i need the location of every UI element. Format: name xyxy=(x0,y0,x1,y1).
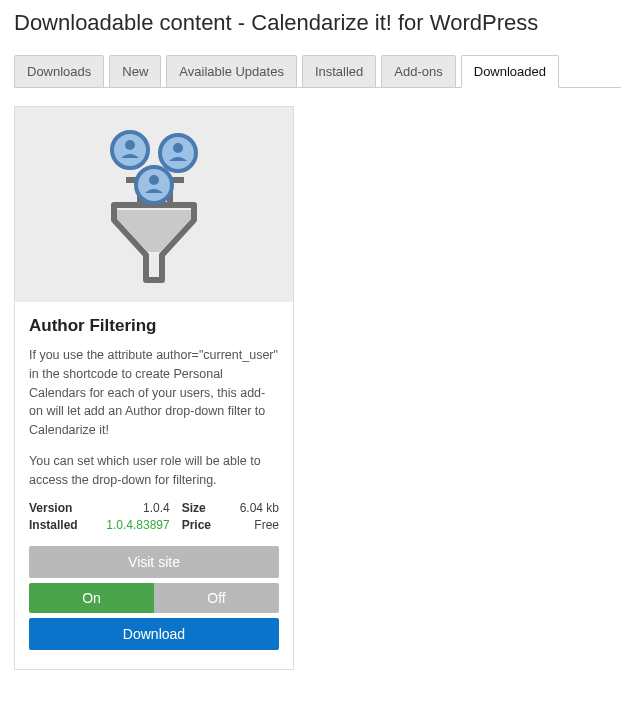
tabs: Downloads New Available Updates Installe… xyxy=(14,54,621,88)
tab-new[interactable]: New xyxy=(109,55,161,88)
size-label: Size xyxy=(182,501,226,515)
tab-add-ons[interactable]: Add-ons xyxy=(381,55,455,88)
addon-description-2: You can set which user role will be able… xyxy=(29,452,279,490)
download-button[interactable]: Download xyxy=(29,618,279,650)
version-label: Version xyxy=(29,501,92,515)
on-button[interactable]: On xyxy=(29,583,154,613)
page-title: Downloadable content - Calendarize it! f… xyxy=(14,10,621,36)
card-body: Author Filtering If you use the attribut… xyxy=(15,302,293,669)
price-label: Price xyxy=(182,518,226,532)
tab-available-updates[interactable]: Available Updates xyxy=(166,55,297,88)
installed-label: Installed xyxy=(29,518,92,532)
funnel-users-icon xyxy=(84,125,224,285)
toggle-row: On Off xyxy=(29,583,279,613)
svg-point-1 xyxy=(125,140,135,150)
content: Author Filtering If you use the attribut… xyxy=(14,88,621,670)
tab-downloads[interactable]: Downloads xyxy=(14,55,104,88)
addon-image xyxy=(15,107,293,302)
addon-meta: Version 1.0.4 Size 6.04 kb Installed 1.0… xyxy=(29,501,279,532)
version-value: 1.0.4 xyxy=(92,501,182,515)
addon-description-1: If you use the attribute author="current… xyxy=(29,346,279,440)
addon-card: Author Filtering If you use the attribut… xyxy=(14,106,294,670)
visit-site-button[interactable]: Visit site xyxy=(29,546,279,578)
tab-downloaded[interactable]: Downloaded xyxy=(461,55,559,88)
tab-installed[interactable]: Installed xyxy=(302,55,376,88)
price-value: Free xyxy=(225,518,279,532)
svg-point-5 xyxy=(149,175,159,185)
svg-point-3 xyxy=(173,143,183,153)
addon-title: Author Filtering xyxy=(29,316,279,336)
size-value: 6.04 kb xyxy=(225,501,279,515)
off-button[interactable]: Off xyxy=(154,583,279,613)
installed-value: 1.0.4.83897 xyxy=(92,518,182,532)
